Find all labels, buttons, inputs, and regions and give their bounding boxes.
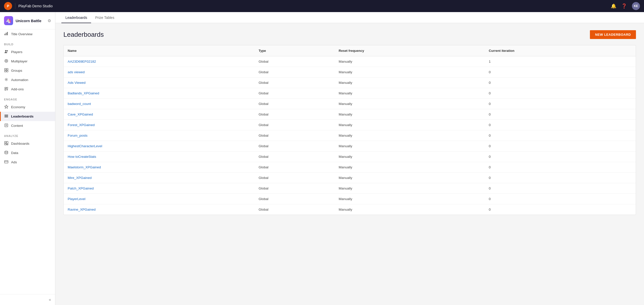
leaderboard-type-cell: Global xyxy=(255,120,335,130)
sidebar-item-label: Leaderboards xyxy=(11,115,33,118)
leaderboard-name-cell[interactable]: PlayerLevel xyxy=(64,194,255,204)
new-leaderboard-button[interactable]: NEW LEADERBOARD xyxy=(590,30,636,39)
leaderboard-type-cell: Global xyxy=(255,151,335,162)
groups-icon xyxy=(4,68,9,73)
svg-rect-16 xyxy=(5,89,6,90)
sidebar-item-multiplayer[interactable]: Multiplayer xyxy=(0,57,55,66)
table-row: Cave_XPGainedGlobalManually0 xyxy=(64,109,636,120)
game-settings-button[interactable]: ⚙ xyxy=(48,18,51,23)
topbar-actions: 🔔 ❓ KE xyxy=(611,2,640,10)
leaderboard-name-cell[interactable]: Ads Viewed xyxy=(64,78,255,88)
leaderboards-table-wrapper: Name Type Reset frequency Current iterat… xyxy=(63,45,636,215)
leaderboard-iteration-cell: 0 xyxy=(485,173,636,183)
leaderboard-reset-cell: Manually xyxy=(335,173,485,183)
sidebar-item-ads[interactable]: Ads xyxy=(0,158,55,167)
sidebar-item-leaderboards[interactable]: Leaderboards xyxy=(0,112,55,121)
sidebar-item-add-ons[interactable]: Add-ons xyxy=(0,85,55,94)
sidebar-item-label: Groups xyxy=(11,69,22,72)
leaderboard-reset-cell: Manually xyxy=(335,120,485,130)
leaderboard-name-cell[interactable]: Badlands_XPGained xyxy=(64,88,255,99)
multiplayer-icon xyxy=(4,59,9,64)
svg-rect-26 xyxy=(5,143,6,145)
notifications-icon[interactable]: 🔔 xyxy=(611,3,616,9)
leaderboard-name-cell[interactable]: Patch_XPGained xyxy=(64,183,255,194)
leaderboard-reset-cell: Manually xyxy=(335,88,485,99)
leaderboard-name-cell[interactable]: Maelstorm_XPGained xyxy=(64,162,255,173)
leaderboard-type-cell: Global xyxy=(255,204,335,215)
table-row: Ads ViewedGlobalManually0 xyxy=(64,78,636,88)
bar-chart-icon xyxy=(4,32,9,36)
leaderboard-type-cell: Global xyxy=(255,56,335,67)
leaderboard-name-cell[interactable]: AA23D69EF02182 xyxy=(64,56,255,67)
leaderboard-reset-cell: Manually xyxy=(335,99,485,109)
page-title: Leaderboards xyxy=(63,31,104,39)
leaderboard-reset-cell: Manually xyxy=(335,56,485,67)
table-row: Forum_postsGlobalManually0 xyxy=(64,130,636,141)
svg-rect-9 xyxy=(5,68,6,70)
svg-point-13 xyxy=(6,79,7,80)
leaderboard-iteration-cell: 0 xyxy=(485,183,636,194)
svg-point-7 xyxy=(5,59,8,62)
user-avatar[interactable]: KE xyxy=(632,2,640,10)
leaderboard-name-cell[interactable]: Mire_XPGained xyxy=(64,173,255,183)
help-icon[interactable]: ❓ xyxy=(621,3,627,9)
leaderboard-reset-cell: Manually xyxy=(335,130,485,141)
svg-rect-10 xyxy=(7,68,8,70)
leaderboard-reset-cell: Manually xyxy=(335,151,485,162)
leaderboard-iteration-cell: 0 xyxy=(485,130,636,141)
table-row: Mire_XPGainedGlobalManually0 xyxy=(64,173,636,183)
leaderboard-iteration-cell: 0 xyxy=(485,204,636,215)
table-body: AA23D69EF02182GlobalManually1ads viewedG… xyxy=(64,56,636,215)
table-row: Maelstorm_XPGainedGlobalManually0 xyxy=(64,162,636,173)
sidebar-item-label: Content xyxy=(11,124,23,128)
leaderboard-name-cell[interactable]: Forest_XPGained xyxy=(64,120,255,130)
leaderboard-iteration-cell: 0 xyxy=(485,162,636,173)
col-reset-frequency: Reset frequency xyxy=(335,45,485,56)
leaderboard-name-cell[interactable]: Ravine_XPGained xyxy=(64,204,255,215)
svg-rect-3 xyxy=(6,33,7,35)
leaderboard-name-cell[interactable]: ads viewed xyxy=(64,67,255,78)
leaderboard-name-cell[interactable]: Forum_posts xyxy=(64,130,255,141)
sidebar-item-dashboards[interactable]: Dashboards xyxy=(0,139,55,148)
sidebar-item-title-overview[interactable]: Title Overview xyxy=(0,29,55,39)
svg-rect-14 xyxy=(5,87,6,89)
content-header: Leaderboards NEW LEADERBOARD xyxy=(63,30,636,39)
analyze-section-label: ANALYZE xyxy=(0,130,55,139)
leaderboard-name-cell[interactable]: badword_count xyxy=(64,99,255,109)
leaderboard-reset-cell: Manually xyxy=(335,162,485,173)
table-row: Forest_XPGainedGlobalManually0 xyxy=(64,120,636,130)
leaderboard-reset-cell: Manually xyxy=(335,109,485,120)
sidebar-item-automation[interactable]: Automation xyxy=(0,75,55,85)
svg-rect-12 xyxy=(7,70,8,72)
leaderboards-table: Name Type Reset frequency Current iterat… xyxy=(64,45,636,215)
leaderboard-name-cell[interactable]: Cave_XPGained xyxy=(64,109,255,120)
leaderboard-iteration-cell: 0 xyxy=(485,109,636,120)
svg-rect-15 xyxy=(7,87,8,89)
game-title: Unicorn Battle xyxy=(16,19,45,23)
topbar-divider xyxy=(15,3,15,9)
tab-leaderboards[interactable]: Leaderboards xyxy=(61,12,91,23)
leaderboard-iteration-cell: 0 xyxy=(485,99,636,109)
sidebar-item-label: Economy xyxy=(11,105,25,109)
economy-icon xyxy=(4,105,9,109)
ads-icon xyxy=(4,160,9,165)
sidebar-item-economy[interactable]: Economy xyxy=(0,102,55,112)
leaderboard-iteration-cell: 0 xyxy=(485,151,636,162)
table-header: Name Type Reset frequency Current iterat… xyxy=(64,45,636,56)
leaderboard-name-cell[interactable]: How toCreateStats xyxy=(64,151,255,162)
leaderboard-type-cell: Global xyxy=(255,109,335,120)
leaderboard-reset-cell: Manually xyxy=(335,141,485,151)
collapse-sidebar-button[interactable]: « xyxy=(49,297,51,302)
svg-rect-18 xyxy=(5,115,8,115)
tab-prize-tables[interactable]: Prize Tables xyxy=(91,12,118,23)
sidebar-item-players[interactable]: Players xyxy=(0,47,55,57)
table-row: Patch_XPGainedGlobalManually0 xyxy=(64,183,636,194)
sidebar-item-content[interactable]: Content xyxy=(0,121,55,130)
svg-text:P: P xyxy=(7,4,9,8)
sidebar-item-groups[interactable]: Groups xyxy=(0,66,55,75)
leaderboard-name-cell[interactable]: HighestCharacterLevel xyxy=(64,141,255,151)
table-row: Badlands_XPGainedGlobalManually0 xyxy=(64,88,636,99)
svg-point-28 xyxy=(5,151,8,152)
sidebar-item-data[interactable]: Data xyxy=(0,148,55,158)
engage-section-label: ENGAGE xyxy=(0,94,55,102)
